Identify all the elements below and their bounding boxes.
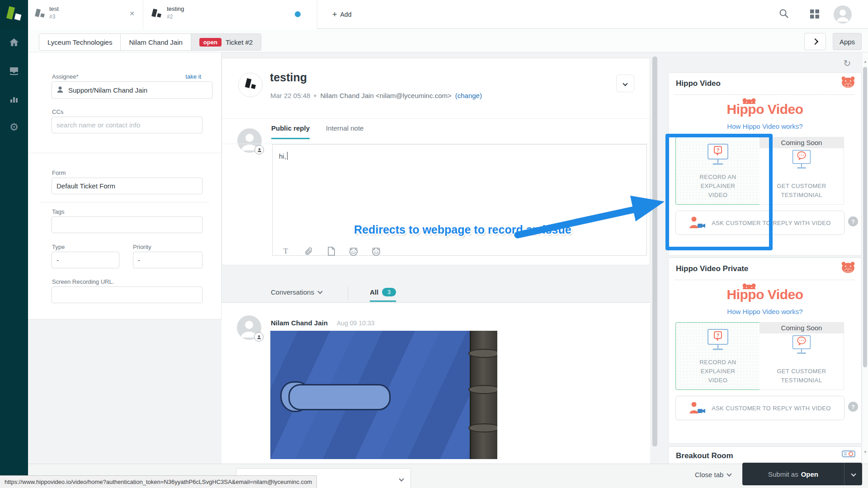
agent-badge-icon xyxy=(255,145,264,155)
assignee-input[interactable] xyxy=(67,86,208,94)
ask-customer-reply-button[interactable]: ASK CUSTOMER TO REPLY WITH VIDEO xyxy=(675,396,844,420)
ask-customer-label: ASK CUSTOMER TO REPLY WITH VIDEO xyxy=(712,405,831,412)
app-card-title: Hippo Video Private xyxy=(676,264,748,273)
priority-label: Priority xyxy=(133,244,151,250)
search-icon[interactable] xyxy=(778,8,791,21)
conversations-label: Conversations xyxy=(271,288,314,296)
help-circle-icon[interactable]: ? xyxy=(848,216,858,226)
insert-document-icon[interactable] xyxy=(326,246,336,257)
user-avatar[interactable] xyxy=(834,5,852,23)
hippo-video-record-icon[interactable] xyxy=(348,246,359,257)
hippo-video-library-icon[interactable] xyxy=(371,246,382,257)
change-requester-link[interactable]: (change) xyxy=(455,92,482,99)
reply-tab-bar: Public reply Internal note xyxy=(271,124,363,139)
breadcrumb-requester[interactable]: Nilam Chand Jain xyxy=(121,34,191,50)
assignee-field[interactable] xyxy=(52,81,212,99)
app-card-title: Hippo Video xyxy=(676,79,721,88)
svg-text:?: ? xyxy=(717,333,720,338)
conversations-dropdown[interactable]: Conversations xyxy=(271,288,322,296)
home-icon[interactable] xyxy=(9,37,19,48)
tab-title: test xyxy=(49,5,59,12)
left-nav-sidebar: ⚙ xyxy=(0,0,28,488)
submit-options-chevron[interactable] xyxy=(844,463,862,485)
ccs-input[interactable] xyxy=(52,117,203,133)
tags-input[interactable] xyxy=(52,216,203,233)
dotted-divider xyxy=(675,280,855,280)
collapse-ticket-button[interactable] xyxy=(616,75,634,92)
take-it-link[interactable]: take it xyxy=(185,73,201,80)
brand-logo-tile[interactable] xyxy=(0,0,28,29)
chevron-down-icon xyxy=(851,471,856,476)
tab-public-reply[interactable]: Public reply xyxy=(271,124,310,139)
close-tab-icon[interactable]: ✕ xyxy=(129,10,135,17)
add-label: Add xyxy=(340,11,352,18)
submit-as-open-button[interactable]: Submit as Open xyxy=(742,463,844,485)
cartoon-arm-shape xyxy=(288,384,391,410)
ticket-number-label: Ticket #2 xyxy=(226,38,253,46)
annotation-arrow xyxy=(511,190,668,248)
priority-select[interactable] xyxy=(133,252,203,268)
admin-gear-icon[interactable]: ⚙ xyxy=(9,122,19,132)
views-icon[interactable] xyxy=(9,66,19,76)
tab-internal-note[interactable]: Internal note xyxy=(326,124,363,139)
monitor-question-icon: ? xyxy=(705,328,731,353)
person-video-icon xyxy=(689,401,705,415)
main-scrollbar[interactable] xyxy=(652,56,657,446)
scroll-down-icon[interactable]: ▼ xyxy=(862,450,868,454)
type-select[interactable] xyxy=(52,252,119,268)
ticket-date: Mar 22 05:48 xyxy=(270,92,310,99)
how-it-works-link[interactable]: How Hippo Video works? xyxy=(669,122,861,130)
text-format-icon[interactable]: T xyxy=(280,246,291,257)
help-circle-icon[interactable]: ? xyxy=(848,402,858,412)
record-explainer-tile[interactable]: ? RECORD AN EXPLAINER VIDEO xyxy=(675,322,760,390)
form-select[interactable] xyxy=(52,178,203,194)
submit-button-group: Submit as Open xyxy=(742,463,862,485)
get-testimonial-tile[interactable]: Coming Soon GET CUSTOMER TESTIMONIAL xyxy=(760,322,844,390)
cartoon-pipe-shape xyxy=(470,331,497,459)
conversation-filter-row: Conversations All 3 xyxy=(222,286,650,303)
scrollbar-thumb[interactable] xyxy=(863,67,867,367)
submit-status: Open xyxy=(801,470,818,478)
breadcrumb-ticket[interactable]: open Ticket #2 xyxy=(191,34,261,50)
chevron-right-icon xyxy=(812,38,818,45)
reports-icon[interactable] xyxy=(9,94,19,104)
refresh-apps-icon[interactable]: ↻ xyxy=(842,58,853,69)
app-window: ⚙ test #3 ✕ testing #2 + Add Lyceum Tech… xyxy=(0,0,868,488)
link-preview-statusbar: https://www.hippovideo.io/video/home?aut… xyxy=(0,475,317,488)
apps-panel-scrollbar[interactable]: ▲ ▼ xyxy=(862,52,868,464)
hippo-head-icon xyxy=(841,76,855,90)
monitor-chat-icon xyxy=(790,149,813,172)
conversation-count-badge: 3 xyxy=(382,288,396,296)
get-testimonial-label: GET CUSTOMER TESTIMONIAL xyxy=(774,182,829,200)
editor-text: hi, xyxy=(279,152,286,160)
coming-soon-banner: Coming Soon xyxy=(760,323,844,333)
message-timestamp: Aug 09 10:33 xyxy=(337,319,374,327)
ticket-tab-test[interactable]: test #3 ✕ xyxy=(28,0,143,29)
record-explainer-label: RECORD AN EXPLAINER VIDEO xyxy=(690,358,745,385)
hippo-video-logo: Hippo Video xyxy=(669,287,861,302)
requester-email: Nilam Chand Jain <nilam@lyceuminc.com> xyxy=(320,92,451,99)
chevron-down-icon xyxy=(317,289,322,294)
submit-prefix: Submit as xyxy=(768,470,798,478)
annotation-highlight-rectangle xyxy=(665,134,773,250)
attachment-paperclip-icon[interactable] xyxy=(303,246,314,257)
ticket-tab-testing-active[interactable]: testing #2 xyxy=(143,0,317,29)
breadcrumb-organization[interactable]: Lyceum Technologies xyxy=(39,34,121,50)
next-ticket-button[interactable] xyxy=(804,33,826,50)
apps-toggle-button[interactable]: Apps xyxy=(833,33,862,50)
close-tab-dropdown[interactable]: Close tab xyxy=(695,471,731,479)
hippo-video-logo: Hippo Video xyxy=(669,102,861,117)
ticket-subtitle: Mar 22 05:48 Nilam Chand Jain <nilam@lyc… xyxy=(270,92,482,99)
scroll-up-icon[interactable]: ▲ xyxy=(862,60,868,64)
how-it-works-link[interactable]: How Hippo Video works? xyxy=(669,308,861,315)
add-tab-button[interactable]: + Add xyxy=(332,8,351,21)
close-tab-label: Close tab xyxy=(695,471,723,479)
chevron-down-icon xyxy=(727,471,732,476)
chevron-down-icon xyxy=(623,81,627,86)
screen-recording-url-input[interactable] xyxy=(52,286,203,303)
unsaved-changes-dot xyxy=(295,11,301,17)
filter-all-tab[interactable]: All 3 xyxy=(370,288,396,302)
apps-grid-icon[interactable] xyxy=(810,9,823,22)
message-attached-image[interactable] xyxy=(270,331,497,459)
ticket-icon xyxy=(36,8,45,21)
